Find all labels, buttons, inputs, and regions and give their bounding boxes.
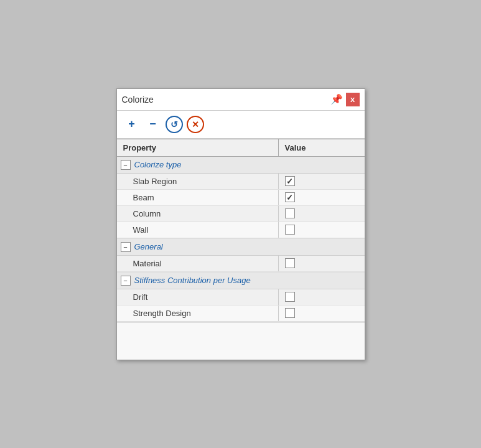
table-row: Beam ✓ [117, 190, 365, 206]
add-button[interactable]: + [123, 116, 141, 133]
strength-design-value [279, 306, 365, 321]
drift-value [279, 289, 365, 305]
section-colorize-type-label: Colorize type [134, 160, 182, 169]
table-row: Strength Design [117, 306, 365, 322]
table-row: Slab Region ✓ [117, 174, 365, 190]
column-value [279, 206, 365, 222]
material-label: Material [117, 256, 279, 271]
section-general: − General Material [117, 239, 365, 273]
table-row: Drift [117, 289, 365, 306]
collapse-colorize-type-button[interactable]: − [121, 160, 131, 170]
clear-button[interactable]: ✕ [187, 116, 204, 133]
window-title: Colorize [122, 95, 154, 105]
wall-value [279, 222, 365, 238]
beam-checkmark: ✓ [286, 193, 293, 202]
drift-checkbox[interactable] [285, 292, 295, 302]
empty-area [117, 322, 365, 360]
material-checkbox[interactable] [285, 258, 295, 268]
close-button[interactable]: x [346, 93, 360, 106]
strength-design-checkbox[interactable] [285, 308, 295, 318]
remove-button[interactable]: − [144, 116, 162, 133]
pin-button[interactable]: 📌 [330, 93, 343, 106]
wall-label: Wall [117, 222, 279, 238]
section-colorize-type-header: − Colorize type [117, 157, 365, 174]
beam-label: Beam [117, 190, 279, 205]
slab-region-checkbox[interactable]: ✓ [285, 176, 295, 186]
colorize-window: Colorize 📌 x + − ↺ ✕ Property Value − Co… [116, 88, 365, 360]
toolbar: + − ↺ ✕ [117, 111, 365, 139]
section-colorize-type: − Colorize type Slab Region ✓ Beam ✓ [117, 157, 365, 239]
beam-value: ✓ [279, 190, 365, 205]
property-table: Property Value − Colorize type Slab Regi… [117, 139, 365, 360]
table-row: Column [117, 206, 365, 222]
title-bar-left: Colorize [122, 95, 154, 105]
wall-checkbox[interactable] [285, 225, 295, 235]
table-row: Wall [117, 222, 365, 238]
reset-button[interactable]: ↺ [166, 116, 183, 133]
title-bar: Colorize 📌 x [117, 89, 365, 111]
property-column-header: Property [117, 139, 279, 156]
column-label: Column [117, 206, 279, 222]
drift-label: Drift [117, 289, 279, 305]
section-general-label: General [134, 242, 163, 251]
section-general-header: − General [117, 239, 365, 256]
collapse-general-button[interactable]: − [121, 242, 131, 252]
section-stiffness-header: − Stiffness Contribution per Usage [117, 273, 365, 289]
column-checkbox[interactable] [285, 208, 295, 218]
slab-region-checkmark: ✓ [286, 177, 293, 186]
beam-checkbox[interactable]: ✓ [285, 192, 295, 202]
section-stiffness: − Stiffness Contribution per Usage Drift… [117, 273, 365, 322]
collapse-stiffness-button[interactable]: − [121, 276, 131, 286]
slab-region-label: Slab Region [117, 174, 279, 189]
slab-region-value: ✓ [279, 174, 365, 189]
section-stiffness-label: Stiffness Contribution per Usage [134, 276, 251, 285]
table-row: Material [117, 256, 365, 272]
table-header: Property Value [117, 139, 365, 157]
material-value [279, 256, 365, 271]
strength-design-label: Strength Design [117, 306, 279, 321]
value-column-header: Value [279, 139, 365, 156]
title-bar-right: 📌 x [330, 93, 360, 106]
